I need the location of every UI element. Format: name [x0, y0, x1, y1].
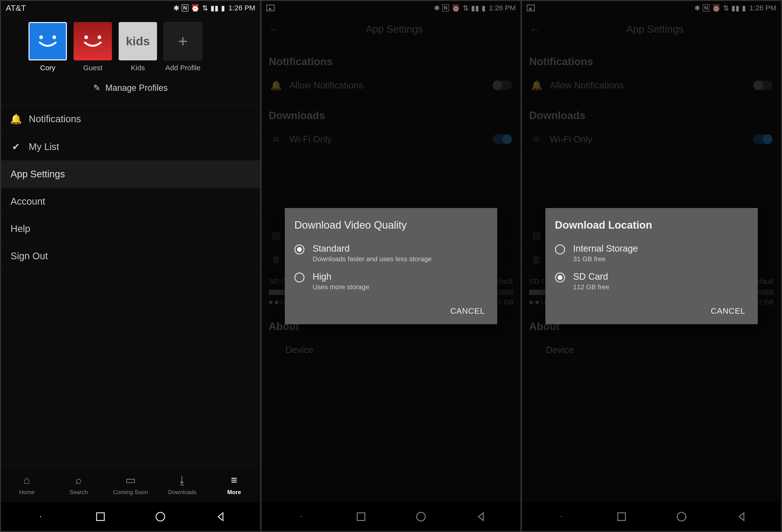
avatar-kids[interactable]: kids — [119, 22, 157, 61]
dot-icon: • — [34, 510, 47, 523]
clock: 1:26 PM — [228, 4, 255, 12]
option-standard[interactable]: Standard Downloads faster and uses less … — [294, 239, 488, 267]
profile-label: Guest — [83, 64, 102, 72]
svg-rect-4 — [97, 513, 104, 521]
option-sub: 112 GB free — [573, 283, 609, 291]
profile-label: Cory — [40, 64, 55, 72]
nfc-icon: N — [182, 4, 188, 11]
bottom-nav: ⌂Home ⌕Search ▭Coming Soon ⭳Downloads ≡M… — [1, 466, 260, 502]
option-internal[interactable]: Internal Storage 31 GB free — [555, 239, 748, 267]
dialog-overlay[interactable]: Download Location Internal Storage 31 GB… — [522, 1, 781, 531]
menu-label: Account — [10, 196, 45, 207]
svg-point-0 — [39, 35, 43, 39]
manage-profiles-label: Manage Profiles — [105, 83, 168, 93]
option-sub: Uses more storage — [313, 283, 369, 291]
menu-sign-out[interactable]: Sign Out — [1, 242, 260, 270]
radio-icon[interactable] — [294, 244, 305, 255]
phone-location-dialog: ✱ N ⏰ ⇅ ▮▮ ▮ 1:26 PM ← App Settings Noti… — [522, 1, 781, 531]
option-sub: Downloads faster and uses less storage — [313, 255, 432, 263]
hamburger-icon: ≡ — [231, 473, 237, 487]
option-label: Standard — [313, 243, 432, 254]
nav-coming-soon[interactable]: ▭Coming Soon — [105, 466, 156, 502]
nav-search[interactable]: ⌕Search — [53, 466, 105, 502]
nav-label: Home — [19, 489, 35, 496]
search-icon: ⌕ — [75, 473, 82, 487]
profile-guest[interactable]: Guest — [72, 22, 113, 72]
bluetooth-icon: ✱ — [173, 4, 179, 12]
profiles-row: Cory Guest kids Kids + Add Profile — [1, 15, 260, 74]
menu-app-settings[interactable]: App Settings — [1, 160, 260, 188]
dialog-download-location: Download Location Internal Storage 31 GB… — [545, 208, 758, 324]
play-icon: ▭ — [126, 473, 136, 487]
profile-label: Add Profile — [166, 64, 201, 72]
nav-label: More — [227, 489, 241, 496]
phone-quality-dialog: ✱ N ⏰ ⇅ ▮▮ ▮ 1:26 PM ← App Settings Noti… — [261, 1, 521, 531]
recents-button[interactable] — [94, 510, 107, 523]
nav-more[interactable]: ≡More — [208, 466, 260, 502]
nav-label: Search — [70, 489, 88, 496]
pencil-icon: ✎ — [93, 83, 101, 93]
status-bar: AT&T ✱ N ⏰ ⇅ ▮▮ ▮ 1:26 PM — [1, 1, 260, 15]
menu-label: Notifications — [29, 114, 81, 124]
home-icon: ⌂ — [24, 473, 30, 487]
phone-more-screen: AT&T ✱ N ⏰ ⇅ ▮▮ ▮ 1:26 PM Cory Guest kid… — [1, 1, 260, 531]
battery-icon: ▮ — [221, 4, 225, 12]
wifi-icon: ⇅ — [202, 4, 208, 12]
option-label: Internal Storage — [573, 243, 638, 254]
menu-label: Help — [10, 223, 30, 234]
download-icon: ⭳ — [177, 473, 188, 487]
svg-point-2 — [84, 35, 88, 39]
avatar-red[interactable] — [74, 22, 112, 61]
menu-account[interactable]: Account — [1, 188, 260, 215]
option-sub: 31 GB free — [573, 255, 638, 263]
plus-icon[interactable]: + — [164, 22, 202, 61]
nav-home[interactable]: ⌂Home — [1, 466, 53, 502]
nav-label: Downloads — [168, 489, 197, 496]
radio-icon[interactable] — [555, 272, 565, 282]
profile-label: Kids — [131, 64, 145, 72]
option-sdcard[interactable]: SD Card 112 GB free — [555, 267, 748, 295]
avatar-blue[interactable] — [29, 22, 67, 61]
menu-help[interactable]: Help — [1, 215, 260, 242]
option-high[interactable]: High Uses more storage — [294, 267, 488, 295]
carrier-label: AT&T — [6, 3, 26, 13]
nav-label: Coming Soon — [113, 489, 148, 496]
profile-add[interactable]: + Add Profile — [163, 22, 203, 72]
menu-my-list[interactable]: ✔ My List — [1, 133, 260, 160]
signal-icon: ▮▮ — [211, 4, 219, 12]
dialog-download-quality: Download Video Quality Standard Download… — [285, 208, 497, 324]
nav-downloads[interactable]: ⭳Downloads — [156, 466, 208, 502]
menu-list: 🔔 Notifications ✔ My List App Settings A… — [1, 105, 260, 270]
bell-icon: 🔔 — [10, 113, 22, 125]
dialog-title: Download Video Quality — [294, 219, 488, 231]
svg-point-1 — [52, 35, 56, 39]
dialog-overlay[interactable]: Download Video Quality Standard Download… — [261, 1, 521, 531]
radio-icon[interactable] — [555, 244, 565, 255]
profile-cory[interactable]: Cory — [27, 22, 68, 72]
svg-point-3 — [98, 35, 101, 39]
check-icon: ✔ — [10, 141, 22, 152]
back-button[interactable] — [214, 510, 227, 523]
menu-notifications[interactable]: 🔔 Notifications — [1, 105, 260, 133]
menu-label: Sign Out — [10, 251, 48, 261]
svg-point-5 — [156, 512, 165, 521]
cancel-button[interactable]: CANCEL — [447, 302, 488, 319]
profile-kids[interactable]: kids Kids — [117, 22, 158, 72]
menu-label: My List — [29, 141, 59, 152]
option-label: High — [313, 271, 369, 282]
cancel-button[interactable]: CANCEL — [708, 302, 748, 319]
home-button[interactable] — [154, 510, 167, 523]
menu-label: App Settings — [10, 169, 65, 180]
dialog-title: Download Location — [555, 219, 748, 231]
status-icons: ✱ N ⏰ ⇅ ▮▮ ▮ 1:26 PM — [173, 4, 255, 12]
manage-profiles-button[interactable]: ✎ Manage Profiles — [1, 74, 260, 105]
option-label: SD Card — [573, 271, 609, 282]
alarm-icon: ⏰ — [191, 4, 200, 12]
android-nav-bar: • — [1, 502, 260, 531]
radio-icon[interactable] — [294, 272, 305, 282]
